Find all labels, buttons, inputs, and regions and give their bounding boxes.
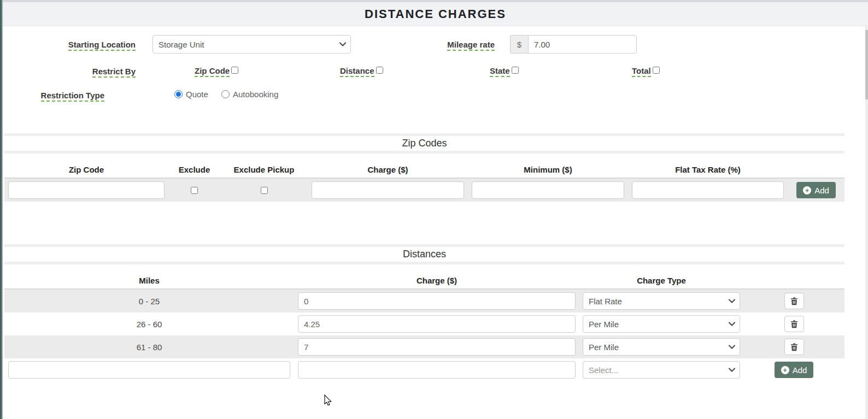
restriction-type-autobooking[interactable]: Autobooking [221,90,278,99]
starting-location-label: Starting Location [4,40,136,49]
restriction-type-quote[interactable]: Quote [174,90,208,99]
column-header-exclude: Exclude [168,163,220,178]
trash-icon [790,297,798,305]
autobooking-radio[interactable] [221,90,230,98]
new-miles-input[interactable] [8,361,290,379]
distance-checkbox[interactable] [376,67,383,74]
mouse-cursor [322,394,334,409]
distance-add-button[interactable]: + Add [775,362,814,378]
restrict-by-label: Restrict By [4,67,136,76]
zip-flat-tax-input[interactable] [632,181,784,199]
column-header-distance-charge: Charge ($) [294,274,579,288]
column-header-miles: Miles [4,274,294,288]
distance-charge-input[interactable] [298,292,576,310]
column-header-zip-code: Zip Code [4,163,168,178]
zip-codes-section-title: Zip Codes [4,136,844,151]
column-header-flat-tax-rate: Flat Tax Rate (%) [628,163,788,178]
distance-row: 26 - 60 Per Mile [4,312,844,335]
starting-location-select-wrap: Storage Unit [153,35,351,54]
section-divider [4,262,844,264]
new-charge-type-select[interactable]: Select... [583,361,740,379]
zip-code-input[interactable] [8,181,165,199]
distance-charge-input[interactable] [298,315,576,333]
section-divider [4,151,844,154]
mileage-rate-input[interactable] [528,35,637,54]
settings-form: Starting Location Storage Unit Mileage r… [4,26,844,133]
state-checkbox[interactable] [512,67,519,74]
exclude-pickup-checkbox[interactable] [261,187,268,194]
restrict-by-total: Total [632,66,660,75]
scrollbar-thumb[interactable] [865,30,868,99]
charge-type-select[interactable]: Flat Rate [583,292,740,310]
distance-charges-panel: Starting Location Storage Unit Mileage r… [4,26,844,381]
trash-icon [790,320,798,328]
miles-range: 61 - 80 [4,335,294,358]
sidebar-edge [0,0,3,419]
plus-circle-icon: + [803,186,811,194]
currency-prefix: $ [510,35,528,54]
distances-new-row: Select... + Add [4,358,844,381]
distances-section-title: Distances [4,247,844,262]
vertical-scrollbar[interactable] [865,26,868,419]
quote-radio[interactable] [174,90,183,98]
miles-range: 26 - 60 [4,312,294,335]
zip-charge-input[interactable] [312,181,464,199]
delete-row-button[interactable] [784,339,804,355]
zip-codes-header-row: Zip Code Exclude Exclude Pickup Charge (… [4,163,844,179]
distances-section: Distances Miles Charge ($) Charge Type 0… [4,244,844,381]
plus-circle-icon: + [781,366,789,374]
restriction-type-options: Quote Autobooking [174,90,278,99]
mileage-rate-group: $ [510,35,637,54]
delete-row-button[interactable] [784,293,804,309]
page-header: DISTANCE CHARGES [3,2,868,26]
zip-minimum-input[interactable] [472,181,624,199]
charge-type-select[interactable]: Per Mile [583,315,740,333]
exclude-checkbox[interactable] [191,187,198,194]
restrict-by-distance: Distance [340,66,383,75]
miles-range: 0 - 25 [4,290,294,312]
zip-codes-section: Zip Codes Zip Code Exclude Exclude Picku… [4,133,844,202]
page-title: DISTANCE CHARGES [365,7,506,21]
zip-code-checkbox[interactable] [231,67,238,74]
column-header-exclude-pickup: Exclude Pickup [220,163,308,178]
starting-location-select[interactable]: Storage Unit [153,35,351,54]
trash-icon [790,343,798,351]
restriction-type-label: Restriction Type [4,91,104,100]
mileage-rate-label: Mileage rate [387,40,495,49]
column-header-charge: Charge ($) [308,163,468,178]
restrict-by-zip-code: Zip Code [195,66,238,75]
column-header-charge-type: Charge Type [579,274,743,288]
distance-charge-input[interactable] [298,338,576,356]
distance-row: 0 - 25 Flat Rate [4,290,844,312]
new-distance-charge-input[interactable] [298,361,576,379]
column-header-minimum: Minimum ($) [468,163,628,178]
distance-row: 61 - 80 Per Mile [4,335,844,358]
charge-type-select[interactable]: Per Mile [583,338,740,356]
delete-row-button[interactable] [784,316,804,332]
total-checkbox[interactable] [653,67,660,74]
zip-add-button[interactable]: + Add [796,182,836,198]
distances-header-row: Miles Charge ($) Charge Type [4,274,844,290]
zip-codes-new-row: + Add [4,179,844,202]
restrict-by-state: State [490,66,519,75]
